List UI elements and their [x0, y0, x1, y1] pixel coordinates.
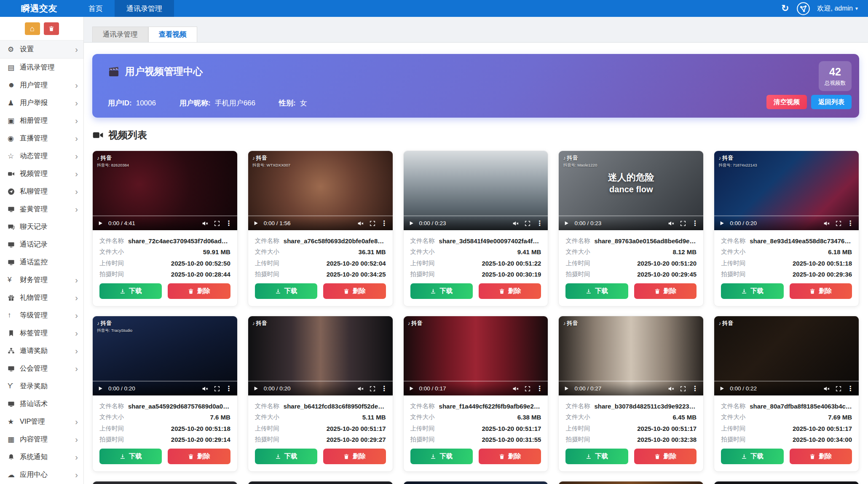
delete-button[interactable]: 删除 [790, 283, 852, 299]
tab-contacts[interactable]: 通讯录管理 [92, 27, 148, 42]
mute-button[interactable] [357, 385, 364, 392]
more-options-button[interactable]: ⋮ [225, 219, 232, 227]
video-player[interactable]: ♪抖音 0:00 / 0:22 ⋮ [714, 316, 859, 395]
tab-view-videos[interactable]: 查看视频 [148, 27, 197, 42]
mute-button[interactable] [512, 385, 519, 392]
sidebar-item[interactable]: ♟ 用户举报 › [0, 94, 83, 112]
delete-button[interactable]: 删除 [479, 449, 541, 464]
mute-button[interactable] [668, 385, 675, 392]
user-avatar-icon[interactable] [796, 2, 810, 16]
delete-button[interactable]: 删除 [323, 283, 386, 299]
play-button[interactable] [98, 386, 103, 391]
sidebar-item[interactable]: 搭讪话术 › [0, 395, 83, 413]
nav-item-contacts[interactable]: 通讯录管理 [115, 0, 174, 17]
sidebar-item[interactable]: ⚙ 设置 › [0, 40, 83, 59]
play-button[interactable] [253, 220, 259, 226]
play-button[interactable] [253, 386, 259, 391]
download-button[interactable]: 下载 [721, 449, 783, 464]
play-button[interactable] [719, 386, 725, 391]
sidebar-item[interactable]: ▦ 内容管理 › [0, 430, 83, 448]
fullscreen-button[interactable] [369, 385, 376, 392]
download-button[interactable]: 下载 [255, 449, 317, 464]
more-options-button[interactable]: ⋮ [691, 219, 698, 227]
nav-item-home[interactable]: 首页 [77, 0, 115, 17]
more-options-button[interactable]: ⋮ [381, 219, 388, 227]
sidebar-item[interactable]: 聊天记录 › [0, 218, 83, 236]
download-button[interactable]: 下载 [410, 283, 473, 299]
sidebar-item[interactable]: 视频管理 › [0, 165, 83, 183]
sidebar-item[interactable]: ☁ 应用中心 › [0, 466, 83, 484]
sidebar-item[interactable]: ★ VIP管理 › [0, 413, 83, 430]
delete-button[interactable]: 删除 [479, 283, 541, 299]
mute-button[interactable] [202, 220, 209, 227]
video-player[interactable]: ♪抖音 抖音号: 82620384 0:00 / 4:41 ⋮ [93, 151, 237, 230]
mute-button[interactable] [202, 385, 209, 392]
fullscreen-button[interactable] [214, 220, 220, 227]
play-button[interactable] [719, 220, 725, 226]
download-button[interactable]: 下载 [410, 449, 473, 464]
more-options-button[interactable]: ⋮ [536, 219, 543, 227]
sidebar-item[interactable]: ↑ 等级管理 › [0, 307, 83, 324]
download-button[interactable]: 下载 [99, 283, 162, 299]
download-button[interactable]: 下载 [99, 449, 162, 464]
more-options-button[interactable]: ⋮ [536, 385, 543, 393]
video-player[interactable]: ♪ 0:00 / 0:23 ⋮ [404, 151, 548, 230]
more-options-button[interactable]: ⋮ [691, 385, 698, 393]
download-button[interactable]: 下载 [565, 449, 628, 464]
delete-button[interactable]: 删除 [634, 449, 697, 464]
sidebar-item[interactable]: 私聊管理 › [0, 183, 83, 200]
fullscreen-button[interactable] [524, 220, 531, 227]
sidebar-item[interactable]: ¥ 财务管理 › [0, 271, 83, 289]
home-button[interactable]: ⌂ [25, 22, 40, 35]
fullscreen-button[interactable] [524, 385, 531, 392]
play-button[interactable] [564, 386, 569, 391]
sidebar-item[interactable]: 通话监控 › [0, 253, 83, 271]
sidebar-item[interactable]: 邀请奖励 › [0, 342, 83, 360]
fullscreen-button[interactable] [369, 220, 376, 227]
play-button[interactable] [564, 220, 569, 226]
download-button[interactable]: 下载 [255, 283, 317, 299]
delete-button[interactable]: 删除 [790, 449, 852, 464]
sidebar-item[interactable]: 礼物管理 › [0, 289, 83, 307]
sidebar-item[interactable]: ϒ 登录奖励 › [0, 377, 83, 395]
more-options-button[interactable]: ⋮ [847, 385, 854, 393]
delete-button[interactable]: 删除 [323, 449, 386, 464]
video-player[interactable]: ♪抖音 ⋮ [248, 481, 393, 484]
video-player[interactable]: ♪抖音 抖音号: 71874x22143 0:00 / 0:20 ⋮ [714, 151, 859, 230]
video-player[interactable]: ♪抖音 0:00 / 0:20 ⋮ [248, 316, 393, 395]
delete-button[interactable]: 删除 [168, 283, 230, 299]
delete-button[interactable]: 删除 [168, 449, 230, 464]
sidebar-item[interactable]: ☆ 动态管理 › [0, 147, 83, 165]
back-to-list-button[interactable]: 返回列表 [811, 95, 852, 109]
delete-button[interactable]: 删除 [634, 283, 697, 299]
video-player[interactable]: ♪抖音 抖音号: Maole1220 迷人的危险 dance flow 0:00… [559, 151, 703, 230]
fullscreen-button[interactable] [835, 385, 842, 392]
play-button[interactable] [409, 386, 414, 391]
more-options-button[interactable]: ⋮ [225, 385, 232, 393]
sidebar-item[interactable]: ▣ 相册管理 › [0, 112, 83, 129]
fullscreen-button[interactable] [680, 385, 686, 392]
fullscreen-button[interactable] [680, 220, 686, 227]
mute-button[interactable] [668, 220, 675, 227]
mute-button[interactable] [357, 220, 364, 227]
video-player[interactable]: ♪抖音 0:00 / 0:17 ⋮ [404, 316, 548, 395]
video-player[interactable]: ♪抖音 ⋮ [714, 481, 859, 484]
more-options-button[interactable]: ⋮ [381, 385, 388, 393]
video-player[interactable]: ♪抖音 抖音号: WTXDXX007 0:00 / 1:56 ⋮ [248, 151, 393, 230]
clear-videos-button[interactable]: 清空视频 [766, 95, 807, 109]
fullscreen-button[interactable] [214, 385, 220, 392]
video-player[interactable]: ♪抖音 ⋮ [93, 481, 237, 484]
sidebar-item[interactable]: 系统通知 › [0, 448, 83, 466]
mute-button[interactable] [823, 220, 830, 227]
sidebar-item[interactable]: 通话记录 › [0, 236, 83, 253]
fullscreen-button[interactable] [835, 220, 842, 227]
video-player[interactable]: ♪抖音 ⋮ [559, 481, 703, 484]
play-button[interactable] [409, 220, 414, 226]
sidebar-item[interactable]: 公会管理 › [0, 360, 83, 377]
refresh-icon[interactable]: ↻ [781, 4, 789, 13]
video-player[interactable]: ♪抖音 抖音号: TracyStudio 0:00 / 0:20 ⋮ [93, 316, 237, 395]
welcome-user[interactable]: 欢迎, admin ▾ [817, 4, 858, 13]
video-player[interactable]: ♪抖音 0:00 / 0:27 ⋮ [559, 316, 703, 395]
sidebar-item[interactable]: ☻ 用户管理 › [0, 76, 83, 94]
sidebar-item[interactable]: ◉ 直播管理 › [0, 129, 83, 147]
